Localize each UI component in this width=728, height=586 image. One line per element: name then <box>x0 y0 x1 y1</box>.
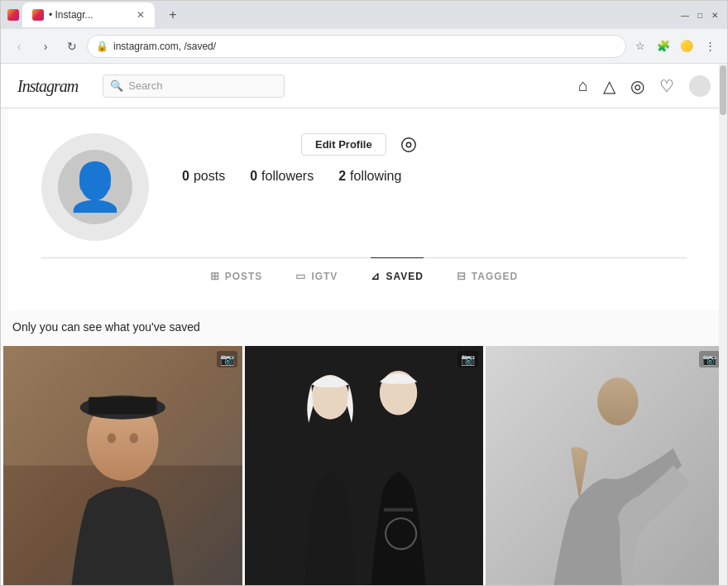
following-label: following <box>350 169 401 184</box>
svg-point-1 <box>406 142 411 147</box>
video-indicator-1: 📷 <box>217 351 237 367</box>
browser-window: • Instagr... ✕ + — □ ✕ ‹ › ↻ 🔒 instagram… <box>0 0 728 586</box>
following-count: 2 <box>338 169 346 184</box>
scrollbar[interactable] <box>719 64 727 585</box>
lock-icon: 🔒 <box>96 41 108 52</box>
navigation-bar: ‹ › ↻ 🔒 instagram.com, /saved/ ☆ 🧩 🟡 ⋮ <box>1 29 727 64</box>
svg-rect-13 <box>384 508 413 512</box>
window-controls: — □ ✕ <box>679 9 721 21</box>
user-avatar-small[interactable] <box>689 75 711 97</box>
tab-title: • Instagr... <box>49 9 132 21</box>
close-button[interactable]: ✕ <box>709 9 721 21</box>
back-button[interactable]: ‹ <box>7 35 31 58</box>
igtv-tab-label: IGTV <box>311 271 338 282</box>
home-icon[interactable]: ⌂ <box>578 76 588 95</box>
igtv-tab-icon: ▭ <box>295 270 306 282</box>
tab-close-button[interactable]: ✕ <box>136 9 145 21</box>
posts-count: 0 <box>182 169 189 184</box>
search-box[interactable]: 🔍 Search <box>103 74 285 98</box>
search-placeholder: Search <box>128 79 162 92</box>
menu-icon[interactable]: ⋮ <box>699 36 721 57</box>
avatar-person-icon: 👤 <box>66 160 124 214</box>
svg-rect-7 <box>89 397 156 415</box>
send-icon[interactable]: △ <box>603 76 615 96</box>
video-camera-icon-3: 📷 <box>702 353 716 366</box>
posts-label: posts <box>194 169 225 184</box>
tab-igtv[interactable]: ▭ IGTV <box>295 257 338 294</box>
instagram-logo: Instagram <box>17 75 78 97</box>
video-indicator-2: 📷 <box>457 351 478 367</box>
edit-profile-button[interactable]: Edit Profile <box>301 133 386 156</box>
saved-tab-icon: ⊿ <box>371 270 381 282</box>
bookmark-icon[interactable]: ☆ <box>630 36 651 57</box>
svg-point-17 <box>597 377 638 425</box>
followers-label: followers <box>261 169 314 184</box>
posts-tab-icon: ⊞ <box>210 270 220 282</box>
profile-stats: 0 posts 0 followers 2 following <box>182 169 687 184</box>
refresh-button[interactable]: ↻ <box>60 35 84 58</box>
forward-button[interactable]: › <box>34 35 57 58</box>
photo-item-2[interactable]: 📷 <box>245 346 484 585</box>
title-bar: • Instagr... ✕ + — □ ✕ <box>1 1 727 29</box>
logo-text: Instagram <box>17 77 78 95</box>
profile-section: 👤 Edit Profile <box>8 108 720 310</box>
search-icon: 🔍 <box>110 79 123 92</box>
minimize-button[interactable]: — <box>679 9 691 21</box>
profile-avatar[interactable]: 👤 <box>41 133 149 241</box>
nav-actions: ☆ 🧩 🟡 ⋮ <box>630 36 721 57</box>
tab-tagged[interactable]: ⊟ TAGGED <box>457 257 518 294</box>
photo-item-3[interactable]: 📷 <box>486 346 725 585</box>
domain: instagram.com, <box>113 41 181 52</box>
svg-rect-10 <box>245 346 484 585</box>
saved-tab-label: SAVED <box>386 271 423 282</box>
nav-icons: ⌂ △ ◎ ♡ <box>578 75 711 97</box>
svg-point-0 <box>401 137 415 151</box>
new-tab-button[interactable]: + <box>161 3 184 26</box>
browser-tab[interactable]: • Instagr... ✕ <box>22 2 155 27</box>
maximize-button[interactable]: □ <box>694 9 706 21</box>
followers-stat: 0 followers <box>250 169 314 184</box>
following-stat: 2 following <box>338 169 401 184</box>
tab-posts[interactable]: ⊞ POSTS <box>210 257 263 294</box>
video-camera-icon-1: 📷 <box>220 353 234 366</box>
photo-grid: 📷 <box>1 343 727 585</box>
saved-notice: Only you can see what you've saved <box>1 310 727 343</box>
profile-main: 👤 Edit Profile <box>41 133 687 241</box>
tagged-tab-icon: ⊟ <box>457 270 467 282</box>
tab-saved[interactable]: ⊿ SAVED <box>371 257 423 294</box>
extensions-icon[interactable]: 🧩 <box>653 36 674 57</box>
instagram-page: Instagram 🔍 Search ⌂ △ ◎ ♡ <box>1 64 727 585</box>
saved-notice-text: Only you can see what you've saved <box>12 320 200 334</box>
address-bar[interactable]: 🔒 instagram.com, /saved/ <box>87 35 626 58</box>
video-indicator-3: 📷 <box>699 351 720 367</box>
compass-icon[interactable]: ◎ <box>630 76 644 96</box>
video-camera-icon-2: 📷 <box>461 353 475 366</box>
tagged-tab-label: TAGGED <box>472 271 518 282</box>
path: /saved/ <box>184 41 216 52</box>
profile-tabs: ⊞ POSTS ▭ IGTV ⊿ SAVED ⊟ TAGGED <box>41 257 687 294</box>
heart-icon[interactable]: ♡ <box>659 76 674 96</box>
profile-top-row: Edit Profile <box>182 133 687 156</box>
tab-favicon-inner <box>32 9 44 21</box>
scrollbar-thumb[interactable] <box>720 65 726 115</box>
search-container: 🔍 Search <box>103 74 285 98</box>
profile-icon[interactable]: 🟡 <box>676 36 697 57</box>
avatar-placeholder: 👤 <box>58 150 132 224</box>
svg-point-8 <box>108 433 116 443</box>
settings-icon[interactable] <box>398 134 419 156</box>
photo-item-1[interactable]: 📷 <box>3 346 242 585</box>
posts-stat: 0 posts <box>182 169 225 184</box>
page-content: Instagram 🔍 Search ⌂ △ ◎ ♡ <box>1 64 727 585</box>
followers-count: 0 <box>250 169 257 184</box>
instagram-header: Instagram 🔍 Search ⌂ △ ◎ ♡ <box>1 64 727 108</box>
profile-info: Edit Profile 0 posts <box>182 133 687 210</box>
posts-tab-label: POSTS <box>225 271 263 282</box>
tab-favicon <box>7 9 19 21</box>
address-text: instagram.com, /saved/ <box>113 41 617 52</box>
svg-point-9 <box>130 433 138 443</box>
